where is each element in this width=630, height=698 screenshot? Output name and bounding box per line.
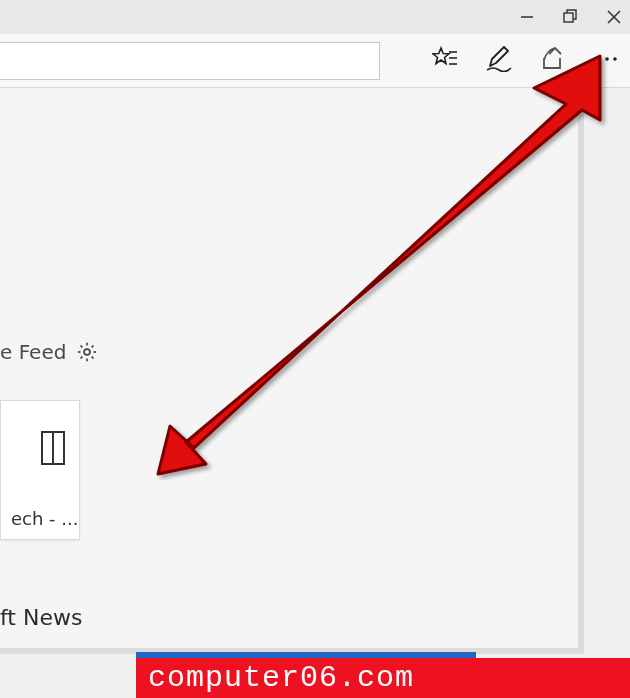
pen-icon: [486, 46, 512, 72]
svg-rect-1: [564, 13, 573, 22]
svg-marker-4: [433, 48, 449, 64]
window-titlebar: [0, 0, 630, 34]
watermark: computer06.com: [136, 652, 630, 698]
svg-point-10: [613, 57, 617, 61]
favorites-button[interactable]: [432, 46, 458, 75]
page-content: e Feed e: [0, 88, 584, 654]
gear-icon: [76, 341, 98, 363]
minimize-icon: [520, 10, 534, 24]
page-icon: [41, 431, 69, 465]
top-site-tile[interactable]: ech - ...: [0, 400, 80, 540]
maximize-icon: [562, 9, 578, 25]
feed-label: e Feed: [0, 340, 66, 364]
web-notes-button[interactable]: [486, 46, 512, 75]
share-button[interactable]: [540, 46, 566, 75]
favorites-icon: [432, 46, 458, 72]
more-icon: [594, 46, 620, 72]
svg-line-19: [92, 345, 94, 347]
feed-settings-button[interactable]: [76, 341, 98, 363]
svg-point-8: [597, 57, 601, 61]
window-maximize-button[interactable]: [562, 9, 578, 25]
svg-point-11: [84, 349, 90, 355]
svg-line-16: [81, 345, 83, 347]
share-icon: [540, 46, 566, 72]
tile-label: ech - ...: [11, 508, 69, 529]
news-section-heading: ft News: [0, 605, 82, 630]
window-minimize-button[interactable]: [520, 10, 534, 24]
browser-toolbar: [0, 34, 630, 88]
feed-header: e Feed: [0, 340, 98, 364]
close-icon: [606, 9, 622, 25]
svg-line-18: [81, 357, 83, 359]
watermark-text: computer06.com: [136, 658, 630, 698]
more-button[interactable]: [594, 46, 620, 75]
window-close-button[interactable]: [606, 9, 622, 25]
svg-line-17: [92, 357, 94, 359]
svg-point-9: [605, 57, 609, 61]
address-bar[interactable]: [0, 42, 380, 80]
